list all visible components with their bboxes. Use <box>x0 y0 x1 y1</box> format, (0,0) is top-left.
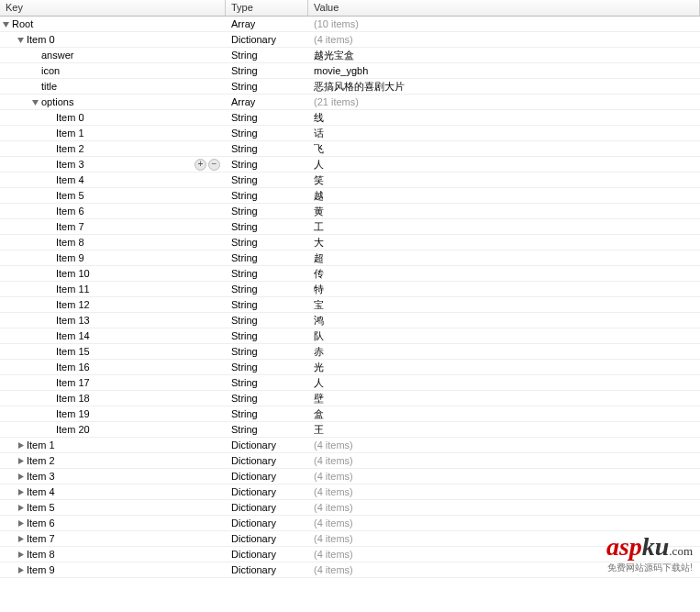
cell-key[interactable]: Item 17 <box>0 377 226 388</box>
cell-key[interactable]: options <box>0 96 226 107</box>
disclosure-right-icon[interactable] <box>17 488 25 496</box>
table-row[interactable]: Item 7String工 <box>0 219 700 235</box>
cell-value[interactable]: 光 <box>308 361 700 374</box>
table-row[interactable]: Item 0String线 <box>0 110 700 126</box>
column-header-key[interactable]: Key <box>0 0 226 16</box>
cell-key[interactable]: Item 4 <box>0 486 226 497</box>
cell-type[interactable]: String <box>226 221 308 232</box>
cell-key[interactable]: Item 8 <box>0 237 226 248</box>
table-row[interactable]: answerString越光宝盒 <box>0 48 700 63</box>
cell-value[interactable]: 人 <box>308 158 700 172</box>
cell-type[interactable]: Dictionary <box>226 502 308 513</box>
cell-type[interactable]: Dictionary <box>226 564 308 575</box>
cell-type[interactable]: String <box>226 190 308 201</box>
cell-type[interactable]: Dictionary <box>226 486 308 497</box>
cell-key[interactable]: title <box>0 81 226 92</box>
cell-key[interactable]: Item 19 <box>0 408 226 419</box>
cell-key[interactable]: Item 7 <box>0 221 226 232</box>
disclosure-down-icon[interactable] <box>31 98 39 106</box>
cell-value[interactable]: 线 <box>308 111 700 125</box>
table-row[interactable]: Item 1Dictionary(4 items) <box>0 438 700 453</box>
add-row-button[interactable]: + <box>194 159 206 171</box>
cell-key[interactable]: Item 13 <box>0 315 226 326</box>
cell-type[interactable]: String <box>226 128 308 139</box>
cell-type[interactable]: String <box>226 362 308 373</box>
cell-key[interactable]: Item 0 <box>0 34 226 45</box>
table-row[interactable]: Item 13String鸿 <box>0 313 700 328</box>
cell-value[interactable]: 宝 <box>308 298 700 312</box>
cell-type[interactable]: String <box>226 377 308 388</box>
cell-value[interactable]: 黄 <box>308 205 700 218</box>
disclosure-down-icon[interactable] <box>17 36 25 44</box>
cell-type[interactable]: Dictionary <box>226 440 308 451</box>
table-row[interactable]: Item 0Dictionary(4 items) <box>0 32 700 48</box>
table-row[interactable]: Item 8Dictionary(4 items) <box>0 547 700 562</box>
cell-type[interactable]: Dictionary <box>226 533 308 544</box>
cell-value[interactable]: 飞 <box>308 142 700 156</box>
cell-type[interactable]: String <box>226 174 308 185</box>
table-row[interactable]: Item 19String盒 <box>0 406 700 422</box>
cell-type[interactable]: Dictionary <box>226 455 308 466</box>
disclosure-right-icon[interactable] <box>17 504 25 512</box>
cell-type[interactable]: String <box>226 65 308 76</box>
table-row[interactable]: Item 9Dictionary(4 items) <box>0 562 700 578</box>
cell-key[interactable]: Item 14 <box>0 330 226 341</box>
cell-key[interactable]: Item 1 <box>0 440 226 451</box>
cell-value[interactable]: 越光宝盒 <box>308 49 700 62</box>
table-row[interactable]: Item 3Dictionary(4 items) <box>0 469 700 484</box>
cell-key[interactable]: icon <box>0 65 226 76</box>
cell-value[interactable]: 赤 <box>308 345 700 359</box>
table-row[interactable]: Item 11String特 <box>0 282 700 297</box>
table-row[interactable]: iconStringmovie_ygbh <box>0 63 700 79</box>
cell-type[interactable]: String <box>226 408 308 419</box>
cell-type[interactable]: String <box>226 393 308 404</box>
cell-type[interactable]: String <box>226 424 308 435</box>
table-row[interactable]: Item 6Dictionary(4 items) <box>0 516 700 531</box>
cell-key[interactable]: Item 1 <box>0 128 226 139</box>
disclosure-right-icon[interactable] <box>17 519 25 528</box>
column-header-type[interactable]: Type <box>226 0 308 16</box>
cell-type[interactable]: String <box>226 159 308 170</box>
cell-type[interactable]: String <box>226 252 308 263</box>
cell-key[interactable]: Item 18 <box>0 393 226 404</box>
cell-key[interactable]: Item 7 <box>0 533 226 544</box>
cell-key[interactable]: Item 9 <box>0 252 226 263</box>
cell-type[interactable]: Array <box>226 18 308 29</box>
cell-type[interactable]: String <box>226 143 308 154</box>
cell-value[interactable]: 队 <box>308 329 700 343</box>
table-row[interactable]: Item 9String超 <box>0 250 700 266</box>
cell-key[interactable]: Item 6 <box>0 517 226 529</box>
table-row[interactable]: Item 7Dictionary(4 items) <box>0 531 700 547</box>
cell-type[interactable]: String <box>226 268 308 279</box>
cell-key[interactable]: Item 16 <box>0 362 226 373</box>
cell-type[interactable]: Dictionary <box>226 34 308 45</box>
cell-key[interactable]: Item 5 <box>0 190 226 201</box>
table-row[interactable]: Item 5String越 <box>0 188 700 204</box>
cell-type[interactable]: String <box>226 284 308 295</box>
table-row[interactable]: Item 4Dictionary(4 items) <box>0 484 700 500</box>
cell-value[interactable]: 话 <box>308 127 700 140</box>
cell-type[interactable]: String <box>226 299 308 310</box>
cell-key[interactable]: Item 15 <box>0 346 226 357</box>
cell-type[interactable]: String <box>226 315 308 326</box>
table-row[interactable]: titleString恶搞风格的喜剧大片 <box>0 79 700 95</box>
cell-key[interactable]: Item 12 <box>0 299 226 310</box>
cell-key[interactable]: Item 2 <box>0 455 226 466</box>
cell-key[interactable]: Item 11 <box>0 284 226 295</box>
cell-type[interactable]: Dictionary <box>226 471 308 482</box>
table-row[interactable]: Item 6String黄 <box>0 204 700 219</box>
cell-value[interactable]: 特 <box>308 283 700 296</box>
cell-value[interactable]: movie_ygbh <box>308 65 700 76</box>
cell-key[interactable]: answer <box>0 50 226 61</box>
disclosure-right-icon[interactable] <box>17 566 25 574</box>
cell-value[interactable]: 壁 <box>308 392 700 406</box>
cell-value[interactable]: 王 <box>308 423 700 437</box>
cell-key[interactable]: Item 3+− <box>0 159 226 171</box>
cell-value[interactable]: 盒 <box>308 407 700 421</box>
disclosure-right-icon[interactable] <box>17 473 25 481</box>
cell-key[interactable]: Item 5 <box>0 502 226 513</box>
table-row[interactable]: Item 3+−String人 <box>0 157 700 172</box>
cell-value[interactable]: 越 <box>308 189 700 203</box>
table-row[interactable]: Item 5Dictionary(4 items) <box>0 500 700 516</box>
cell-key[interactable]: Item 4 <box>0 174 226 185</box>
